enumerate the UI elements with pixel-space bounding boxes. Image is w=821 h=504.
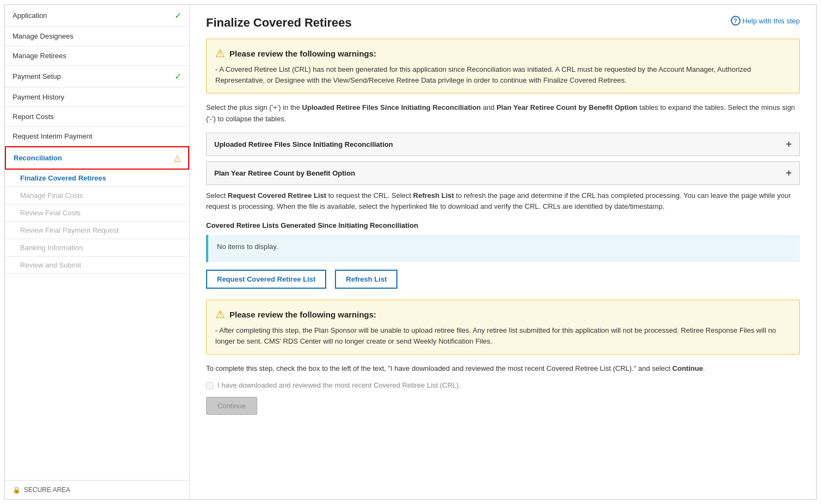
refresh-list-text: Refresh List <box>413 191 454 200</box>
sidebar-item-report-costs[interactable]: Report Costs <box>5 107 189 127</box>
no-items-text: No items to display. <box>217 242 278 251</box>
continue-word: Continue <box>673 364 703 372</box>
crl-button-row: Request Covered Retiree List Refresh Lis… <box>206 270 800 289</box>
warning-box-top: ⚠ Please review the following warnings: … <box>206 39 800 94</box>
warning-triangle-icon-top: ⚠ <box>215 47 225 60</box>
refresh-list-button[interactable]: Refresh List <box>335 270 397 289</box>
completion-instructions: To complete this step, check the box to … <box>206 363 800 375</box>
expand-icon-plan-year: + <box>786 167 792 179</box>
expand-icon-uploaded: + <box>786 139 792 150</box>
sidebar-item-manage-designees[interactable]: Manage Designees <box>5 27 189 46</box>
crl-checkbox[interactable] <box>206 382 213 389</box>
sidebar-item-manage-retirees[interactable]: Manage Retirees <box>5 46 189 66</box>
lock-icon: 🔒 <box>13 486 21 494</box>
warning-box-bottom: ⚠ Please review the following warnings: … <box>206 300 800 354</box>
expand-instructions: Select the plus sign ('+') in the Upload… <box>206 102 800 125</box>
crl-checkbox-label: I have downloaded and reviewed the most … <box>217 381 461 389</box>
checkbox-row: I have downloaded and reviewed the most … <box>206 381 800 389</box>
main-content: Finalize Covered Retirees ? Help with th… <box>190 5 816 499</box>
sidebar-subitem-banking-information: Banking Information <box>5 239 189 257</box>
check-icon-application: ✓ <box>175 10 182 21</box>
sidebar-item-request-interim-payment[interactable]: Request Interim Payment <box>5 127 189 146</box>
sidebar-subitem-review-and-submit: Review and Submit <box>5 257 189 274</box>
sidebar: Application ✓ Manage Designees Manage Re… <box>5 5 190 499</box>
warning-header-top: ⚠ Please review the following warnings: <box>215 47 791 60</box>
warn-icon-reconciliation: △ <box>174 153 181 163</box>
crl-section-title: Covered Retiree Lists Generated Since In… <box>206 221 800 229</box>
help-circle-icon: ? <box>731 16 741 26</box>
warning-text-bottom: - After completing this step, the Plan S… <box>215 325 791 346</box>
check-icon-payment-setup: ✓ <box>175 71 182 82</box>
sidebar-footer: 🔒 SECURE AREA <box>5 480 189 499</box>
crl-instructions: Select Request Covered Retiree List to r… <box>206 190 800 213</box>
warning-text-top: - A Covered Retiree List (CRL) has not b… <box>215 64 791 85</box>
section-plan-year-header[interactable]: Plan Year Retiree Count by Benefit Optio… <box>207 162 799 184</box>
sidebar-item-reconciliation[interactable]: Reconciliation △ <box>5 146 189 170</box>
sidebar-item-payment-setup[interactable]: Payment Setup ✓ <box>5 66 189 88</box>
crl-section: Covered Retiree Lists Generated Since In… <box>206 221 800 289</box>
table2-name: Plan Year Retiree Count by Benefit Optio… <box>496 103 637 111</box>
page-title: Finalize Covered Retirees <box>206 16 352 30</box>
crl-list-area: No items to display. <box>206 235 800 262</box>
request-covered-retiree-list-button[interactable]: Request Covered Retiree List <box>206 270 326 289</box>
sidebar-subitem-finalize-covered-retirees[interactable]: Finalize Covered Retirees <box>5 170 189 187</box>
section-uploaded-header[interactable]: Uploaded Retiree Files Since Initiating … <box>207 133 799 155</box>
warning-triangle-icon-bottom: ⚠ <box>215 308 225 321</box>
warning-header-bottom: ⚠ Please review the following warnings: <box>215 308 791 321</box>
request-crl-text: Request Covered Retiree List <box>228 191 326 200</box>
help-link[interactable]: ? Help with this step <box>731 16 800 26</box>
section-plan-year-retiree-count: Plan Year Retiree Count by Benefit Optio… <box>206 161 800 185</box>
sidebar-nav: Application ✓ Manage Designees Manage Re… <box>5 5 189 480</box>
section-uploaded-retiree-files: Uploaded Retiree Files Since Initiating … <box>206 133 800 156</box>
sidebar-subitem-manage-final-costs: Manage Final Costs <box>5 187 189 204</box>
sidebar-subitem-review-final-payment-request: Review Final Payment Request <box>5 222 189 239</box>
continue-button[interactable]: Continue <box>206 397 257 415</box>
page-header: Finalize Covered Retirees ? Help with th… <box>206 16 800 30</box>
table1-name: Uploaded Retiree Files Since Initiating … <box>302 103 481 111</box>
sidebar-item-payment-history[interactable]: Payment History <box>5 88 189 107</box>
sidebar-item-application[interactable]: Application ✓ <box>5 5 189 27</box>
sidebar-subitem-review-final-costs: Review Final Costs <box>5 204 189 222</box>
